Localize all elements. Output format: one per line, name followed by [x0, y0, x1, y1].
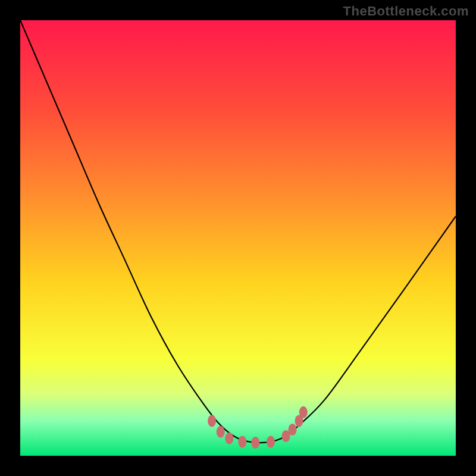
marker-dot: [289, 424, 297, 436]
plot-area: [20, 20, 456, 456]
marker-dot: [251, 437, 259, 449]
marker-dot: [208, 415, 216, 427]
marker-dot: [225, 433, 233, 444]
gradient-background: [20, 20, 456, 456]
marker-dot: [238, 436, 246, 448]
marker-dot: [217, 426, 225, 438]
chart-frame: TheBottleneck.com: [0, 0, 476, 476]
watermark-text: TheBottleneck.com: [343, 4, 469, 19]
marker-dot: [267, 436, 275, 448]
marker-dot: [299, 406, 308, 418]
bottleneck-chart-svg: [20, 20, 456, 456]
